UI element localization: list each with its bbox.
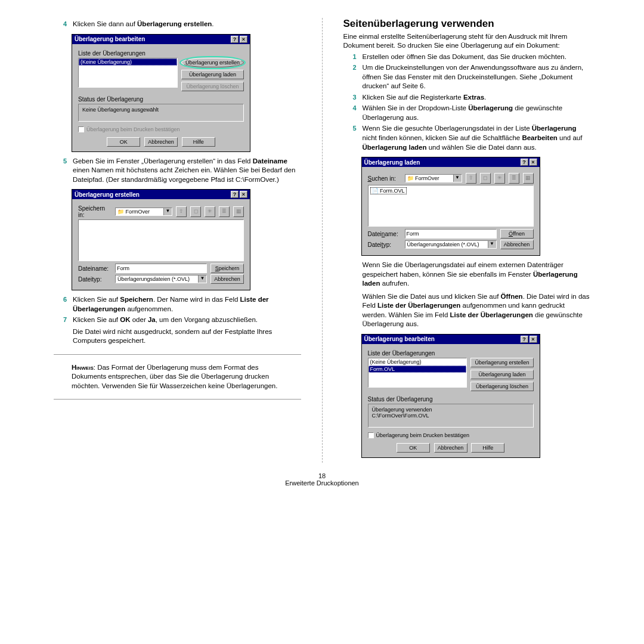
load-overlay-button[interactable]: Überlagerung laden <box>470 370 533 379</box>
checkbox-icon[interactable] <box>368 432 374 438</box>
overlay-listbox[interactable]: (Keine Überlagerung) Form.OVL <box>368 358 467 388</box>
section-heading: Seitenüberlagerung verwenden <box>343 18 591 30</box>
list-label: Liste der Überlagerungen <box>78 50 244 57</box>
list-icon[interactable]: ≣ <box>219 206 230 217</box>
ok-button[interactable]: OK <box>107 137 140 147</box>
list-item[interactable]: Form.OVL <box>369 366 467 373</box>
help-icon[interactable]: ? <box>231 191 239 198</box>
cancel-button[interactable]: Abbrechen <box>434 443 467 453</box>
divider <box>54 399 301 400</box>
t: Speichern <box>120 296 153 303</box>
status-text: Überlagerung verwenden <box>372 407 530 413</box>
t: Überlagerungsdateien (*.OVL) <box>405 241 488 248</box>
close-icon[interactable]: × <box>530 336 537 343</box>
cancel-button[interactable]: Abbrechen <box>144 137 178 147</box>
step-text: Klicken Sie auf OK oder Ja, um den Vorga… <box>67 315 301 346</box>
list-icon[interactable]: ≣ <box>509 173 519 184</box>
t: : Das Format der Überlagerung muss dem F… <box>72 364 277 389</box>
desktop-icon[interactable]: ◻ <box>190 206 201 217</box>
dialog-title: Überlagerung bearbeiten <box>364 336 519 342</box>
cancel-button[interactable]: Abbrechen <box>500 240 534 249</box>
help-button[interactable]: Hilfe <box>182 137 215 147</box>
help-icon[interactable]: ? <box>521 336 528 343</box>
up-icon[interactable]: ⇧ <box>466 173 476 184</box>
folder-name: 📁 FormOver <box>405 175 453 182</box>
newfolder-icon[interactable]: ✳ <box>205 206 215 217</box>
overlay-listbox[interactable]: (Keine Überlagerung) <box>78 58 178 88</box>
filetype-combo[interactable]: Überlagerungsdateien (*.OVL) ▼ <box>405 240 497 249</box>
chevron-down-icon[interactable]: ▼ <box>198 275 206 283</box>
step-text: Wenn Sie die gesuchte Überlagerungsdatei… <box>357 124 591 152</box>
t: Klicken Sie auf die Registerkarte <box>363 94 463 101</box>
dialog-overlay-load: Überlagerung laden ? × Suchen in: 📁 Form… <box>361 157 540 256</box>
list-item[interactable]: (Keine Überlagerung) <box>79 58 177 66</box>
close-icon[interactable]: × <box>240 191 247 198</box>
chevron-down-icon[interactable]: ▼ <box>453 175 462 182</box>
file-area[interactable]: 📄 Form.OVL <box>368 185 534 227</box>
folder-combo[interactable]: 📁 FormOver ▼ <box>405 174 462 182</box>
t: aufrufen. <box>380 280 410 287</box>
help-icon[interactable]: ? <box>231 36 239 43</box>
t: Hinweis <box>72 364 94 371</box>
checkbox-icon <box>78 126 84 132</box>
load-overlay-button[interactable]: Überlagerung laden <box>181 70 244 79</box>
t: OK <box>120 316 130 323</box>
newfolder-icon[interactable]: ✳ <box>494 173 505 184</box>
chevron-down-icon[interactable]: ▼ <box>163 208 172 215</box>
t: Extras <box>463 94 484 101</box>
filetype-label: Dateityp: <box>78 276 112 283</box>
details-icon[interactable]: ▦ <box>233 206 244 217</box>
dialog-overlay-create: Überlagerung erstellen ? × Speichern in:… <box>72 189 250 290</box>
savein-label: Speichern in: <box>78 205 112 218</box>
checkbox-label: Überlagerung beim Drucken bestätigen <box>86 126 180 132</box>
divider <box>54 354 301 355</box>
file-item[interactable]: 📄 Form.OVL <box>371 188 406 194</box>
t: Klicken Sie dann auf <box>73 20 137 27</box>
open-button[interactable]: Öffnen <box>500 229 534 239</box>
status-box: Überlagerung verwenden C:\FormOver\Form.… <box>368 404 534 428</box>
confirm-checkbox[interactable]: Überlagerung beim Drucken bestätigen <box>368 432 534 438</box>
confirm-checkbox: Überlagerung beim Drucken bestätigen <box>78 126 244 132</box>
t: Geben Sie im Fenster „Überlagerung erste… <box>73 157 253 165</box>
up-icon[interactable]: ⇧ <box>176 206 187 217</box>
t: Überlagerung <box>532 125 577 132</box>
chevron-down-icon[interactable]: ▼ <box>488 241 496 248</box>
delete-overlay-button[interactable]: Überlagerung löschen <box>470 382 533 391</box>
t: . <box>212 20 213 27</box>
create-overlay-button[interactable]: Überlagerung erstellen <box>181 58 244 67</box>
step-text: Klicken Sie auf die Registerkarte Extras… <box>357 93 591 103</box>
ok-button[interactable]: OK <box>397 443 430 453</box>
footer-text: Erweiterte Druckoptionen <box>0 479 644 487</box>
t: Überlagerung erstellen <box>137 20 212 27</box>
file-area[interactable] <box>78 219 244 261</box>
details-icon[interactable]: ▦ <box>523 173 534 184</box>
desktop-icon[interactable]: ◻ <box>480 173 491 184</box>
save-button[interactable]: Speichern <box>210 264 244 273</box>
t: Wählen Sie in der Dropdown-Liste <box>363 104 469 112</box>
filetype-combo[interactable]: Überlagerungsdateien (*.OVL) ▼ <box>115 275 207 283</box>
close-icon[interactable]: × <box>240 36 247 43</box>
step-num: 3 <box>343 93 357 103</box>
filename-input[interactable]: Form <box>405 229 497 239</box>
step-num: 7 <box>54 315 67 346</box>
status-text: Keine Überlagerung ausgewählt <box>82 107 159 113</box>
folder-combo[interactable]: 📁 FormOver ▼ <box>115 208 172 216</box>
filetype-label: Dateityp: <box>368 242 401 248</box>
step-num: 6 <box>54 295 67 314</box>
dialog-titlebar: Überlagerung bearbeiten ? × <box>72 35 250 44</box>
status-box: Keine Überlagerung ausgewählt <box>78 104 244 122</box>
help-button[interactable]: Hilfe <box>471 443 504 453</box>
dialog-titlebar: Überlagerung laden ? × <box>362 157 540 167</box>
checkbox-label: Überlagerung beim Drucken bestätigen <box>376 432 470 438</box>
close-icon[interactable]: × <box>530 159 537 166</box>
t: Überlagerung laden <box>363 144 427 151</box>
help-icon[interactable]: ? <box>521 159 528 166</box>
dialog-titlebar: Überlagerung bearbeiten ? × <box>362 335 540 344</box>
filename-label: Dateiname: <box>368 231 401 237</box>
t: Wählen Sie die Datei aus und klicken Sie… <box>363 293 501 300</box>
step-num: 5 <box>343 124 357 152</box>
cancel-button[interactable]: Abbrechen <box>210 274 244 284</box>
list-item[interactable]: (Keine Überlagerung) <box>369 358 467 366</box>
filename-input[interactable]: Form <box>115 264 207 273</box>
create-overlay-button[interactable]: Überlagerung erstellen <box>470 358 533 367</box>
